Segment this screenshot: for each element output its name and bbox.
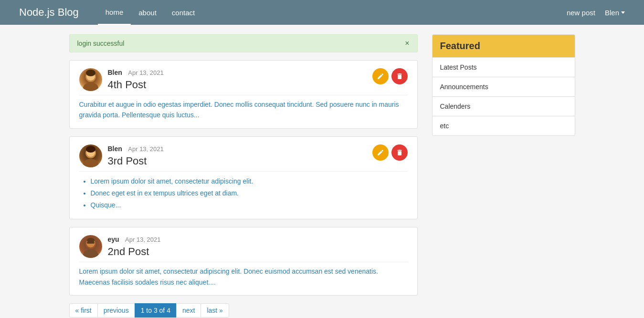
post-meta-2: Blen Apr 13, 2021 3rd Post: [108, 144, 372, 167]
post-date-2: Apr 13, 2021: [128, 145, 163, 153]
post-date-3: Apr 13, 2021: [125, 236, 160, 243]
nav-link-home[interactable]: home: [98, 0, 131, 25]
post-body-list-2: Lorem ipsum dolor sit amet, consectetur …: [79, 175, 408, 212]
edit-button-1[interactable]: [372, 68, 389, 84]
featured-header: Featured: [433, 35, 575, 57]
post-meta-3: eyu Apr 13, 2021 2nd Post: [108, 235, 408, 258]
delete-button-1[interactable]: [391, 68, 408, 84]
post-card-2: Blen Apr 13, 2021 3rd Post Lorem ipsum d…: [69, 136, 418, 220]
dropdown-caret-icon: [621, 11, 625, 14]
alert-message: login successful: [77, 40, 125, 47]
list-item: Quisque...: [91, 199, 408, 211]
avatar-1: [79, 68, 102, 91]
sidebar-item-announcements[interactable]: Announcements: [433, 77, 575, 96]
post-meta-1: Blen Apr 13, 2021 4th Post: [108, 68, 372, 91]
nav-link-about[interactable]: about: [131, 1, 164, 24]
svg-point-7: [86, 146, 95, 153]
post-header-3: eyu Apr 13, 2021 2nd Post: [79, 235, 408, 258]
user-name: Blen: [605, 9, 619, 17]
list-item: Lorem ipsum dolor sit amet, consectetur …: [91, 175, 408, 187]
posts-column: login successful × Blen Apr 13, 2021 4th: [69, 34, 418, 318]
post-actions-2: [372, 144, 408, 161]
alert-success: login successful ×: [69, 34, 418, 52]
pagination: « first previous 1 to 3 of 4 next last »: [69, 303, 418, 318]
navbar-nav: home about contact: [98, 0, 567, 25]
post-card-3: eyu Apr 13, 2021 2nd Post Lorem ipsum do…: [69, 227, 418, 296]
avatar-3: [79, 235, 102, 258]
pagination-current[interactable]: 1 to 3 of 4: [135, 303, 177, 318]
pagination-previous[interactable]: previous: [97, 303, 135, 318]
new-post-link[interactable]: new post: [567, 9, 595, 17]
post-author-2[interactable]: Blen: [108, 145, 122, 153]
post-body-3: Lorem ipsum dolor sit amet, consectetur …: [79, 266, 408, 287]
user-menu[interactable]: Blen: [605, 9, 625, 17]
svg-point-9: [83, 249, 98, 258]
post-header-1: Blen Apr 13, 2021 4th Post: [79, 68, 408, 91]
svg-rect-12: [87, 242, 95, 244]
post-divider-1: [79, 95, 408, 95]
edit-button-2[interactable]: [372, 144, 389, 161]
delete-button-2[interactable]: [391, 144, 408, 161]
post-title-2[interactable]: 3rd Post: [108, 155, 372, 167]
list-item: Donec eget est in ex tempus ultrices ege…: [91, 187, 408, 199]
post-date-1: Apr 13, 2021: [128, 69, 163, 76]
post-header-2: Blen Apr 13, 2021 3rd Post: [79, 144, 408, 167]
post-title-3[interactable]: 2nd Post: [108, 246, 408, 258]
post-author-3[interactable]: eyu: [108, 236, 119, 243]
navbar-brand[interactable]: Node.js Blog: [19, 6, 79, 19]
svg-point-5: [83, 159, 98, 167]
svg-point-1: [83, 82, 98, 91]
avatar-2: [79, 144, 102, 167]
main-container: login successful × Blen Apr 13, 2021 4th: [60, 25, 585, 318]
svg-point-3: [86, 70, 95, 76]
navbar-right: new post Blen: [567, 9, 625, 17]
navbar: Node.js Blog home about contact new post…: [0, 0, 644, 25]
post-card-1: Blen Apr 13, 2021 4th Post Curabitur et …: [69, 60, 418, 129]
pagination-first[interactable]: « first: [69, 303, 98, 318]
nav-link-contact[interactable]: contact: [164, 1, 202, 24]
post-actions-1: [372, 68, 408, 84]
post-divider-2: [79, 171, 408, 172]
sidebar-item-latest-posts[interactable]: Latest Posts: [433, 57, 575, 77]
post-author-1[interactable]: Blen: [108, 69, 122, 76]
sidebar-item-calenders[interactable]: Calenders: [433, 96, 575, 116]
sidebar: Featured Latest Posts Announcements Cale…: [432, 34, 575, 318]
post-title-1[interactable]: 4th Post: [108, 79, 372, 91]
pagination-next[interactable]: next: [176, 303, 201, 318]
featured-box: Featured Latest Posts Announcements Cale…: [432, 34, 575, 136]
sidebar-item-etc[interactable]: etc: [433, 116, 575, 135]
alert-close-button[interactable]: ×: [405, 40, 409, 47]
post-divider-3: [79, 262, 408, 262]
pagination-last[interactable]: last »: [201, 303, 229, 318]
post-body-1: Curabitur et augue in odio egestas imper…: [79, 99, 408, 121]
